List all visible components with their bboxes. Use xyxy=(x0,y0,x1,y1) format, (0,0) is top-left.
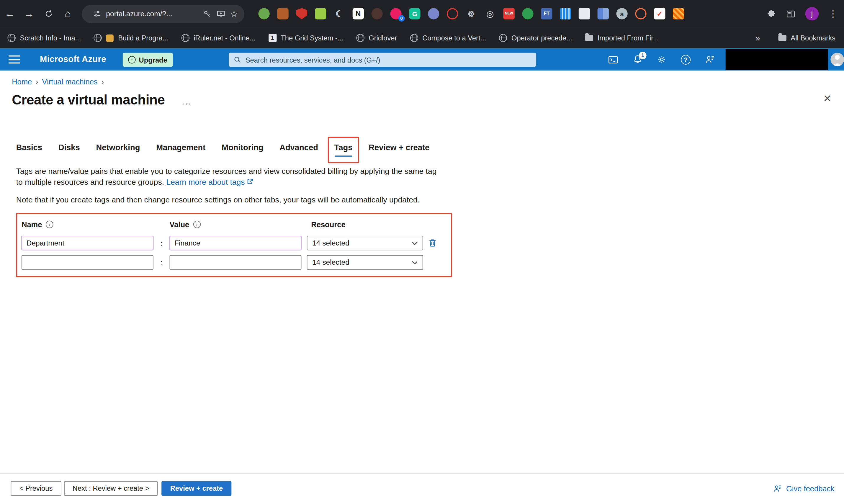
review-create-button[interactable]: Review + create xyxy=(161,481,231,496)
new-badge-extension-icon[interactable]: NEW xyxy=(503,8,514,19)
search-input[interactable] xyxy=(246,56,532,64)
screen: ← → ⌂ portal.azure.com/?... ☆ 2 ☾ N xyxy=(0,0,844,504)
site-info-icon[interactable] xyxy=(93,10,101,18)
checkmark-extension-icon[interactable]: ✓ xyxy=(654,8,665,19)
globe-icon xyxy=(410,34,418,42)
tab-advanced[interactable]: Advanced xyxy=(280,143,318,156)
back-icon[interactable]: ← xyxy=(0,8,19,19)
shield-blocker-extension-icon[interactable]: 2 xyxy=(296,8,307,19)
breadcrumb-virtual-machines-link[interactable]: Virtual machines xyxy=(42,78,97,86)
bookmark-item[interactable]: iRuler.net - Online... xyxy=(181,34,255,42)
tag-name-input[interactable] xyxy=(21,255,154,270)
bookmarks-bar: Scratch Info - Ima... Build a Progra... … xyxy=(0,28,844,48)
pink-extension-icon[interactable]: 0 xyxy=(390,8,401,19)
notes-extension-icon[interactable] xyxy=(315,8,326,19)
browser-menu-icon[interactable] xyxy=(828,8,838,19)
bookmark-folder-item[interactable]: Imported From Fir... xyxy=(585,34,659,42)
tab-management[interactable]: Management xyxy=(156,143,205,156)
blocker-badge: 2 xyxy=(304,15,311,21)
ft-extension-icon[interactable]: FT xyxy=(541,8,552,19)
feedback-icon[interactable] xyxy=(703,53,717,66)
bookmarks-overflow-icon[interactable] xyxy=(755,33,760,42)
grid-extension-icon[interactable] xyxy=(597,8,609,19)
global-search[interactable] xyxy=(229,53,536,67)
dark-reader-icon[interactable]: ☾ xyxy=(334,8,345,19)
bookmark-star-icon[interactable]: ☆ xyxy=(230,8,238,19)
redacted-account-info xyxy=(726,49,828,70)
all-bookmarks-button[interactable]: All Bookmarks xyxy=(778,34,835,42)
next-button[interactable]: Next : Review + create > xyxy=(64,481,158,496)
tab-disks[interactable]: Disks xyxy=(58,143,80,156)
orange-ring-extension-icon[interactable] xyxy=(635,8,646,19)
brown-extension-icon[interactable] xyxy=(372,8,383,19)
plant-extension-icon[interactable] xyxy=(522,8,533,19)
cloud-shell-icon[interactable] xyxy=(607,53,620,66)
resource-select[interactable]: 14 selected xyxy=(307,236,423,250)
install-app-icon[interactable] xyxy=(216,9,226,18)
bookmark-item[interactable]: Build a Progra... xyxy=(94,34,168,42)
help-icon[interactable] xyxy=(679,53,692,66)
bookmark-item[interactable]: Gridlover xyxy=(356,34,397,42)
side-panel-icon[interactable] xyxy=(786,9,796,19)
folder-icon xyxy=(585,35,593,41)
red-ring-extension-icon[interactable] xyxy=(447,8,458,19)
tag-value-input[interactable] xyxy=(170,236,302,250)
globe-icon xyxy=(356,34,364,42)
azure-header-icons: 1 xyxy=(607,48,717,71)
green-extension-icon[interactable] xyxy=(258,8,270,19)
grammarly-icon[interactable]: G xyxy=(409,8,420,19)
amber-extension-icon[interactable] xyxy=(277,8,288,19)
info-icon[interactable] xyxy=(193,221,201,228)
resource-select[interactable]: 14 selected xyxy=(307,255,423,270)
tab-monitoring[interactable]: Monitoring xyxy=(222,143,263,156)
bars-extension-icon[interactable] xyxy=(560,8,571,19)
chevron-down-icon xyxy=(412,241,417,245)
more-options-icon[interactable]: ... xyxy=(182,97,192,106)
notification-badge: 1 xyxy=(639,51,647,59)
password-key-icon[interactable] xyxy=(203,10,211,18)
tab-networking[interactable]: Networking xyxy=(96,143,140,156)
home-icon[interactable]: ⌂ xyxy=(58,8,78,19)
tab-basics[interactable]: Basics xyxy=(16,143,42,156)
account-avatar[interactable] xyxy=(830,53,844,66)
settings-gear-icon[interactable] xyxy=(655,53,668,66)
portal-menu-icon[interactable] xyxy=(8,55,20,64)
learn-more-link[interactable]: Learn more about tags xyxy=(166,177,253,186)
bookmark-item[interactable]: Compose to a Vert... xyxy=(410,34,486,42)
tab-review-create[interactable]: Review + create xyxy=(369,143,429,156)
tab-tags[interactable]: Tags xyxy=(334,143,353,156)
indigo-extension-icon[interactable] xyxy=(428,8,439,19)
tab-bar: Basics Disks Networking Management Monit… xyxy=(16,143,430,156)
colon-separator: : xyxy=(154,258,170,267)
breadcrumb-home-link[interactable]: Home xyxy=(12,78,32,86)
close-icon[interactable] xyxy=(824,92,831,105)
tag-row: : 14 selected xyxy=(21,255,451,270)
forward-icon[interactable]: → xyxy=(19,8,39,19)
notion-icon[interactable]: N xyxy=(353,8,364,19)
upgrade-button[interactable]: Upgrade xyxy=(123,53,173,67)
browser-profile-avatar[interactable]: j xyxy=(805,7,819,21)
info-icon[interactable] xyxy=(46,221,53,228)
letter-a-extension-icon[interactable]: a xyxy=(616,8,627,19)
give-feedback-link[interactable]: Give feedback xyxy=(773,484,834,494)
globe-icon xyxy=(499,34,507,42)
toolbar-right-group: j xyxy=(766,7,838,21)
tag-row: : 14 selected xyxy=(21,236,451,250)
address-bar[interactable]: portal.azure.com/?... ☆ xyxy=(82,5,244,23)
gear-extension-icon[interactable]: ⚙ xyxy=(466,8,477,19)
feedback-person-icon xyxy=(773,484,782,494)
orange-grid-extension-icon[interactable] xyxy=(673,8,684,19)
previous-button[interactable]: < Previous xyxy=(11,481,61,496)
delete-tag-button[interactable] xyxy=(429,238,436,248)
azure-brand[interactable]: Microsoft Azure xyxy=(40,54,106,64)
reload-icon[interactable] xyxy=(39,9,58,18)
bookmark-item[interactable]: Operator precede... xyxy=(499,34,572,42)
bookmark-item[interactable]: Scratch Info - Ima... xyxy=(8,34,81,42)
extensions-puzzle-icon[interactable] xyxy=(766,9,776,19)
book-extension-icon[interactable] xyxy=(579,8,590,19)
bookmark-item[interactable]: 1The Grid System -... xyxy=(268,34,343,42)
target-extension-icon[interactable]: ◎ xyxy=(485,8,496,19)
tag-value-input[interactable] xyxy=(170,255,302,270)
tag-name-input[interactable] xyxy=(21,236,154,250)
notifications-bell-icon[interactable]: 1 xyxy=(631,53,644,66)
